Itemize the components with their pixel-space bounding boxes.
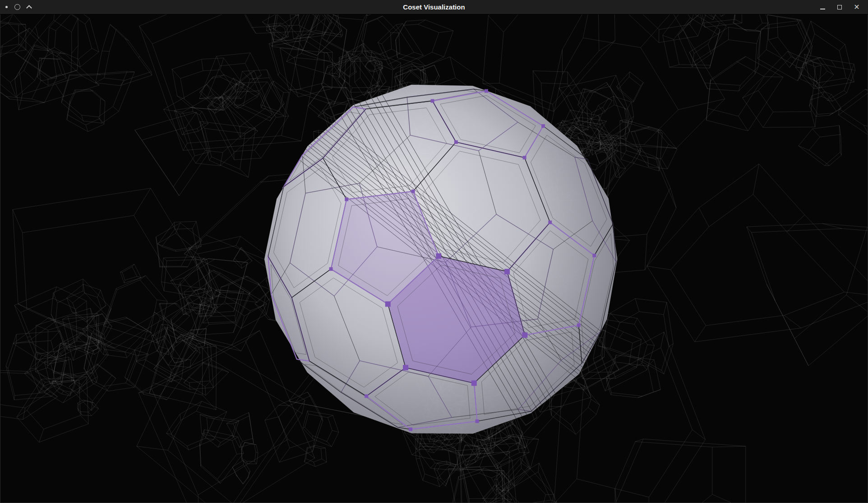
maximize-button[interactable] xyxy=(836,3,844,11)
close-button[interactable]: ✕ xyxy=(853,3,861,11)
viewport-canvas[interactable] xyxy=(0,14,868,503)
titlebar[interactable]: Coset Visualization ✕ xyxy=(0,0,868,14)
app-window: Coset Visualization ✕ xyxy=(0,0,868,503)
circle-icon[interactable] xyxy=(14,4,20,10)
window-controls: ✕ xyxy=(818,3,868,11)
maximize-icon xyxy=(837,5,842,9)
minimize-icon xyxy=(820,9,825,9)
dot-icon xyxy=(5,6,8,8)
minimize-button[interactable] xyxy=(818,3,826,11)
titlebar-left-icons xyxy=(0,4,31,10)
window-title: Coset Visualization xyxy=(0,3,868,11)
chevron-up-icon[interactable] xyxy=(26,5,32,11)
